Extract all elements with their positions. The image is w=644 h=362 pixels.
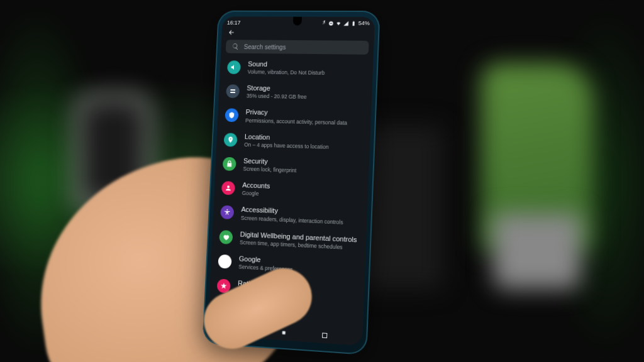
- item-text: AccessibilityScreen readers, display, in…: [241, 206, 360, 226]
- item-text: AccountsGoogle: [242, 181, 361, 201]
- item-title: Sound: [248, 60, 365, 70]
- accessibility-icon: [220, 206, 234, 220]
- wellbeing-icon: [219, 230, 233, 244]
- search-bar[interactable]: Search settings: [226, 40, 369, 55]
- battery-icon: [351, 20, 357, 26]
- nav-recents-button[interactable]: [321, 331, 329, 339]
- status-time: 16:17: [227, 19, 241, 26]
- signal-icon: [343, 20, 349, 26]
- settings-item-storage[interactable]: Storage35% used - 20.92 GB free: [218, 79, 372, 106]
- settings-item-privacy[interactable]: PrivacyPermissions, account activity, pe…: [218, 104, 372, 132]
- item-text: PrivacyPermissions, account activity, pe…: [245, 108, 364, 126]
- item-subtitle: Volume, vibration, Do Not Disturb: [247, 69, 365, 78]
- back-icon[interactable]: [228, 29, 235, 36]
- svg-rect-4: [282, 331, 286, 334]
- app-header: [221, 28, 374, 38]
- svg-rect-5: [323, 333, 327, 338]
- sound-icon: [227, 60, 241, 74]
- nav-home-button[interactable]: [280, 329, 287, 337]
- svg-rect-3: [353, 21, 355, 21]
- item-subtitle: 35% used - 20.92 GB free: [247, 93, 365, 102]
- svg-rect-2: [353, 21, 355, 26]
- item-text: Storage35% used - 20.92 GB free: [247, 84, 365, 102]
- settings-item-sound[interactable]: SoundVolume, vibration, Do Not Disturb: [219, 55, 374, 82]
- security-icon: [223, 157, 236, 171]
- item-text: Digital Wellbeing and parental controlsS…: [240, 230, 358, 251]
- google-icon: [218, 255, 231, 269]
- storage-icon: [226, 84, 240, 98]
- search-placeholder: Search settings: [244, 43, 286, 50]
- privacy-icon: [225, 109, 238, 123]
- item-text: SoundVolume, vibration, Do Not Disturb: [247, 60, 365, 77]
- item-text: LocationOn – 4 apps have access to locat…: [244, 133, 363, 151]
- wifi-icon: [336, 20, 341, 26]
- dnd-icon: [328, 20, 334, 26]
- search-icon: [231, 43, 239, 50]
- svg-rect-1: [330, 23, 333, 23]
- accounts-icon: [221, 181, 235, 195]
- bluetooth-icon: [321, 20, 326, 26]
- location-icon: [224, 133, 238, 146]
- battery-percent: 54%: [358, 20, 370, 26]
- item-text: SecurityScreen lock, fingerprint: [243, 157, 362, 177]
